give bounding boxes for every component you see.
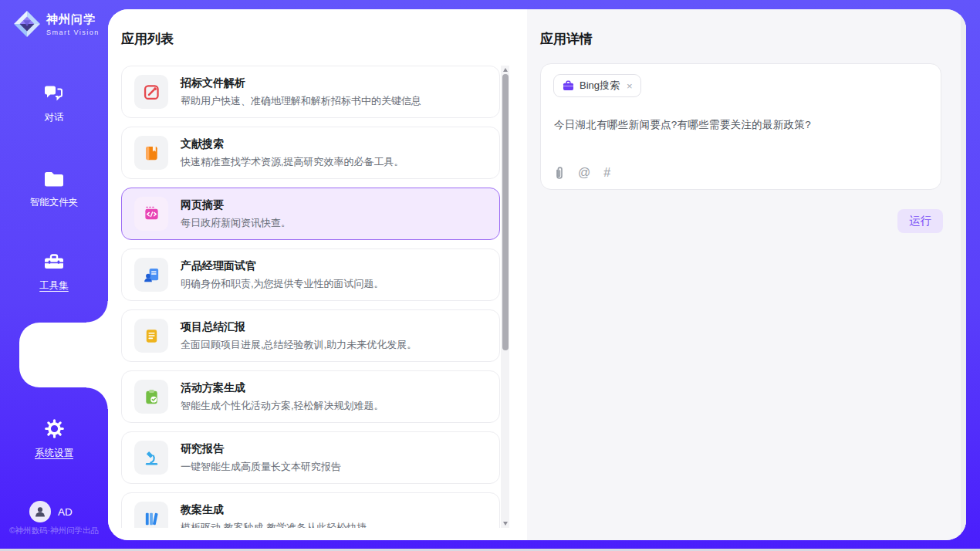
icon-tile	[134, 380, 168, 414]
list-item-web-summary-selected[interactable]: 网页摘要 每日政府新闻资讯快查。	[121, 188, 500, 240]
sidebar-item-label: 智能文件夹	[0, 196, 108, 209]
icon-tile	[134, 319, 168, 353]
icon-tile	[134, 502, 168, 528]
scrollbar[interactable]	[501, 66, 509, 528]
prompt-card[interactable]: Bing搜索 × 今日湖北有哪些新闻要点?有哪些需要关注的最新政策? @ #	[540, 63, 941, 190]
app-title: 招标文件解析	[181, 76, 421, 90]
run-button[interactable]: 运行	[897, 209, 943, 233]
icon-tile	[134, 441, 168, 475]
paperclip-icon[interactable]	[554, 166, 565, 180]
toolbox-icon	[43, 252, 65, 272]
content-area: 应用列表 招标文件解析 帮助用户快速、准确地理解和解析招标书中的关键信息	[108, 9, 966, 540]
sidebar-item-smart-folder[interactable]: 智能文件夹	[0, 170, 108, 209]
sidebar-item-label: 工具集	[0, 279, 108, 292]
app-title: 文献搜索	[181, 137, 404, 151]
sidebar-item-label: 系统设置	[0, 447, 108, 460]
app-desc: 每日政府新闻资讯快查。	[181, 216, 291, 230]
app-title: 活动方案生成	[181, 381, 384, 395]
summary-doc-icon	[143, 327, 161, 345]
app-logo: 神州问学 Smart Vision	[13, 10, 100, 38]
sidebar-item-label: 对话	[0, 111, 108, 124]
plugin-chip-bing-search[interactable]: Bing搜索 ×	[553, 74, 641, 97]
app-detail-panel: 应用详情 Bing搜索 × 今日湖北有哪些新闻要点?有哪些需要关注的最新政策? …	[527, 9, 966, 540]
list-item-project-summary[interactable]: 项目总结汇报 全面回顾项目进展,总结经验教训,助力未来优化发展。	[121, 309, 500, 362]
user-account[interactable]: AD	[29, 501, 73, 522]
app-list: 招标文件解析 帮助用户快速、准确地理解和解析招标书中的关键信息 文献搜索	[121, 66, 500, 528]
app-title: 网页摘要	[181, 198, 291, 212]
app-list-title: 应用列表	[121, 30, 174, 48]
app-desc: 一键智能生成高质量长文本研究报告	[181, 460, 341, 474]
chat-icon	[43, 83, 65, 103]
app-desc: 快速精准查找学术资源,提高研究效率的必备工具。	[181, 155, 404, 169]
books-icon	[143, 510, 161, 528]
app-desc: 智能生成个性化活动方案,轻松解决规划难题。	[181, 399, 384, 413]
query-input-text[interactable]: 今日湖北有哪些新闻要点?有哪些需要关注的最新政策?	[554, 118, 811, 132]
user-initials: AD	[58, 506, 73, 518]
list-item-bid-parse[interactable]: 招标文件解析 帮助用户快速、准确地理解和解析招标书中的关键信息	[121, 66, 500, 118]
icon-tile	[134, 136, 168, 170]
avatar	[29, 501, 51, 522]
scroll-down-arrow[interactable]	[501, 519, 509, 528]
icon-tile	[134, 75, 168, 109]
person-icon	[34, 505, 46, 518]
app-desc: 帮助用户快速、准确地理解和解析招标书中的关键信息	[181, 94, 421, 108]
sidebar-item-toolset[interactable]: 工具集	[0, 252, 108, 292]
mention-icon[interactable]: @	[578, 167, 590, 179]
app-detail-title: 应用详情	[540, 30, 593, 48]
plugin-chip-label: Bing搜索	[580, 79, 620, 93]
app-title: 项目总结汇报	[181, 320, 417, 334]
edit-pen-icon	[143, 83, 161, 101]
list-item-lesson-plan[interactable]: 教案生成 模板驱动,教案秒成,教学准备从此轻松快捷	[121, 492, 500, 528]
app-desc: 明确身份和职责,为您提供专业性的面试问题。	[181, 277, 384, 291]
list-item-pm-interviewer[interactable]: 产品经理面试官 明确身份和职责,为您提供专业性的面试问题。	[121, 248, 500, 301]
input-toolbar: @ #	[554, 166, 610, 180]
active-nav-bump	[19, 323, 108, 387]
clipboard-check-icon	[143, 388, 161, 406]
microscope-icon	[143, 449, 161, 467]
interviewer-icon	[143, 266, 161, 284]
list-item-research-report[interactable]: 研究报告 一键智能生成高质量长文本研究报告	[121, 431, 500, 484]
app-title: 研究报告	[181, 442, 341, 456]
gear-icon	[44, 418, 65, 439]
app-desc: 模板驱动,教案秒成,教学准备从此轻松快捷	[181, 521, 367, 529]
diamond-logo-icon	[13, 10, 41, 38]
app-title: 产品经理面试官	[181, 259, 384, 273]
bump-corner-bottom	[86, 387, 108, 409]
sidebar-item-chat[interactable]: 对话	[0, 83, 108, 124]
list-item-literature-search[interactable]: 文献搜索 快速精准查找学术资源,提高研究效率的必备工具。	[121, 127, 500, 179]
detail-scroll-track	[961, 9, 966, 540]
logo-title: 神州问学	[46, 12, 100, 27]
book-icon	[143, 144, 161, 162]
logo-subtitle: Smart Vision	[46, 29, 100, 36]
icon-tile	[134, 197, 168, 231]
folder-icon	[43, 170, 65, 188]
scroll-up-arrow[interactable]	[501, 66, 509, 74]
scrollbar-thumb[interactable]	[502, 74, 509, 350]
hash-icon[interactable]: #	[603, 167, 610, 179]
bump-corner-top	[86, 301, 108, 323]
app-title: 教案生成	[181, 503, 367, 517]
app-list-panel: 应用列表 招标文件解析 帮助用户快速、准确地理解和解析招标书中的关键信息	[108, 9, 527, 540]
icon-tile	[134, 258, 168, 292]
copyright-text: ©神州数码·神州问学出品	[0, 526, 108, 536]
app-desc: 全面回顾项目进展,总结经验教训,助力未来优化发展。	[181, 338, 417, 352]
sidebar: 神州问学 Smart Vision 对话 智能文件夹 工具集	[0, 0, 108, 551]
briefcase-icon	[563, 80, 574, 91]
chip-close-icon[interactable]: ×	[627, 81, 633, 91]
list-item-event-plan[interactable]: 活动方案生成 智能生成个性化活动方案,轻松解决规划难题。	[121, 370, 500, 423]
web-code-icon	[143, 205, 161, 223]
sidebar-item-settings[interactable]: 系统设置	[0, 418, 108, 460]
